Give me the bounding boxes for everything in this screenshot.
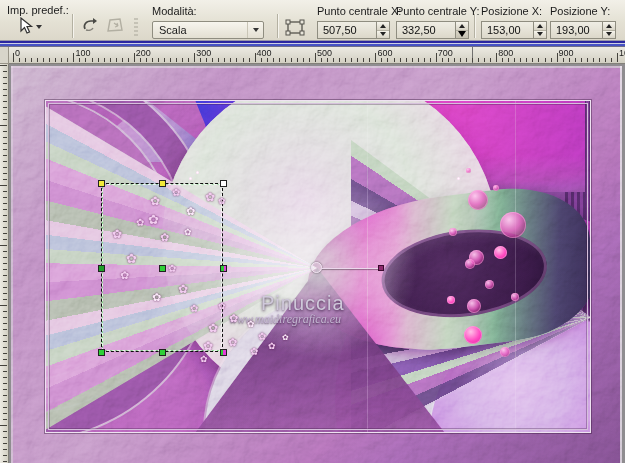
- ruler-tick: [255, 53, 256, 62]
- center-point-button[interactable]: [283, 17, 306, 40]
- selection-handle-mid-center[interactable]: [159, 265, 166, 272]
- arrow-up-icon: [537, 24, 543, 28]
- ruler-tick: [3, 389, 7, 390]
- horizontal-ruler[interactable]: 01002003004005006007008009001000: [9, 47, 625, 64]
- mode-combobox[interactable]: Scala: [152, 21, 264, 39]
- ruler-tick: [230, 58, 231, 62]
- center-x-value[interactable]: 507,50: [317, 21, 376, 39]
- ruler-tick: [3, 329, 7, 330]
- spin-up-button[interactable]: [456, 22, 468, 30]
- bubble: [493, 185, 499, 191]
- flower-blossom: ✿: [258, 332, 266, 342]
- selection-handle-top-center[interactable]: [159, 180, 166, 187]
- ruler-label: 600: [377, 48, 392, 58]
- center-y-value[interactable]: 332,50: [396, 21, 455, 39]
- ruler-label: 900: [559, 48, 574, 58]
- pivot-rotation-handle[interactable]: [378, 265, 384, 271]
- ruler-tick: [3, 89, 7, 90]
- spin-down-button[interactable]: [377, 30, 389, 39]
- artwork[interactable]: Pinuccia www.maidiregrafica.eu ✿✿✿✿✿✿✿✿✿…: [11, 66, 622, 463]
- ruler-tick: [3, 419, 7, 420]
- ruler-tick: [484, 58, 485, 62]
- ruler-tick: [122, 58, 123, 62]
- ruler-label: 400: [257, 48, 272, 58]
- ruler-tick: [617, 53, 618, 62]
- selection-handle-top-right[interactable]: [220, 180, 227, 187]
- toolbar-grip[interactable]: [134, 18, 138, 37]
- ruler-tick: [545, 58, 546, 62]
- preset-dropdown-button[interactable]: [11, 15, 47, 39]
- bubble: [457, 177, 460, 180]
- arrow-up-icon: [459, 24, 465, 28]
- ruler-tick: [3, 209, 7, 210]
- pivot-center-handle[interactable]: [311, 262, 322, 273]
- spin-down-button[interactable]: [534, 30, 546, 39]
- flower-blossom: ✿: [112, 228, 122, 240]
- ruler-tick: [285, 58, 286, 62]
- arrow-down-icon: [458, 31, 466, 37]
- spin-up-button[interactable]: [603, 22, 615, 30]
- selection-handle-mid-right[interactable]: [220, 265, 227, 272]
- pivot-arm: [322, 268, 382, 269]
- selection-handle-mid-left[interactable]: [98, 265, 105, 272]
- position-y-value[interactable]: 193,00: [550, 21, 602, 39]
- flower-blossom: ✿: [205, 191, 215, 203]
- ruler-tick: [3, 461, 7, 462]
- chevron-down-icon: [36, 25, 42, 29]
- perspective-icon: [106, 17, 124, 36]
- spin-down-button[interactable]: [603, 30, 615, 39]
- selection-handle-bottom-left[interactable]: [98, 349, 105, 356]
- ruler-tick: [188, 58, 189, 62]
- arrow-up-icon: [380, 24, 386, 28]
- ruler-tick: [110, 58, 111, 62]
- flower-blossom: ✿: [148, 213, 159, 226]
- ruler-tick: [496, 53, 497, 62]
- ruler-tick: [67, 58, 68, 62]
- ruler-tick: [3, 233, 7, 234]
- canvas-viewport[interactable]: Pinuccia www.maidiregrafica.eu ✿✿✿✿✿✿✿✿✿…: [9, 64, 625, 463]
- bubble: [468, 190, 488, 210]
- ruler-tick: [3, 275, 7, 276]
- spin-up-button[interactable]: [534, 22, 546, 30]
- flower-blossom: ✿: [178, 283, 188, 295]
- ruler-tick: [303, 58, 304, 62]
- ruler-tick: [55, 58, 56, 62]
- reset-rectangle-button[interactable]: [79, 15, 102, 38]
- ruler-tick: [569, 58, 570, 62]
- flower-blossom: ✿: [136, 218, 144, 228]
- flower-blossom: ✿: [150, 195, 160, 207]
- ruler-tick: [3, 431, 7, 432]
- bubble: [500, 347, 510, 357]
- position-x-spinbox: 153,00: [481, 21, 547, 39]
- selection-handle-bottom-right[interactable]: [220, 349, 227, 356]
- flower-blossom: ✿: [200, 355, 208, 364]
- ruler-label: 200: [136, 48, 151, 58]
- position-x-value[interactable]: 153,00: [481, 21, 533, 39]
- ruler-tick: [291, 58, 292, 62]
- ruler-tick: [611, 58, 612, 62]
- ruler-tick: [0, 425, 7, 426]
- combo-arrow-zone[interactable]: [247, 22, 263, 38]
- ruler-tick: [3, 179, 7, 180]
- perspective-button[interactable]: [103, 15, 126, 38]
- bubble: [449, 228, 457, 236]
- flower-blossom: ✿: [228, 337, 237, 348]
- selection-handle-bottom-center[interactable]: [159, 349, 166, 356]
- ruler-tick: [387, 58, 388, 62]
- ruler-label: 100: [75, 48, 90, 58]
- ruler-tick: [3, 173, 7, 174]
- ruler-label: 800: [498, 48, 513, 58]
- ruler-tick: [3, 269, 7, 270]
- ruler-tick: [430, 58, 431, 62]
- ruler-tick: [3, 101, 7, 102]
- spin-down-button[interactable]: [456, 30, 468, 39]
- vertical-ruler[interactable]: [0, 64, 9, 463]
- ruler-tick: [3, 167, 7, 168]
- ruler-tick: [3, 227, 7, 228]
- bubble: [464, 326, 482, 344]
- bubble: [494, 246, 507, 259]
- spin-up-button[interactable]: [377, 22, 389, 30]
- ruler-tick: [3, 107, 7, 108]
- flower-blossom: ✿: [250, 347, 258, 357]
- selection-handle-top-left[interactable]: [98, 180, 105, 187]
